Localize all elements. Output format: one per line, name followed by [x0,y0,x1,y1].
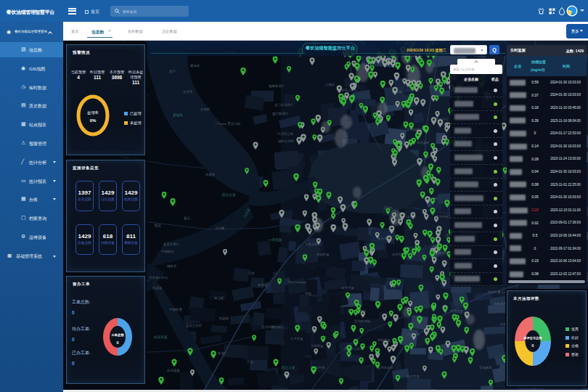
svg-text:长深高速: 长深高速 [167,369,180,372]
svg-text:依家莞: 依家莞 [205,173,216,176]
svg-text:水门仓润酒店: 水门仓润酒店 [274,103,294,107]
svg-text:公园里: 公园里 [325,83,335,86]
svg-text:计划: 计划 [247,360,253,364]
svg-text:新安大酒店: 新安大酒店 [163,242,180,246]
svg-text:中国联通: 中国联通 [169,307,182,311]
svg-text:韧态: 韧态 [154,224,161,227]
svg-text:海聚林酒店: 海聚林酒店 [269,84,285,88]
svg-text:中国联社: 中国联社 [161,250,174,253]
svg-text:广home 景水冶风: 广home 景水冶风 [216,122,241,126]
svg-text:东氿大道: 东氿大道 [407,375,420,378]
svg-text:新安卫生所: 新安卫生所 [186,324,203,327]
svg-text:可胜: 可胜 [248,271,255,275]
svg-text:宜兴市妇幼: 宜兴市妇幼 [377,366,393,369]
svg-text:城电乡: 城电乡 [166,264,177,268]
svg-text:宜良城1.35号: 宜良城1.35号 [149,276,168,279]
svg-text:长深高速: 长深高速 [154,335,168,339]
svg-text:宜兴市建设银行: 宜兴市建设银行 [261,325,284,329]
svg-text:泰瑞线: 泰瑞线 [173,113,183,117]
svg-text:关technology: 关technology [287,280,306,284]
svg-text:文化大厦: 文化大厦 [450,309,463,314]
svg-text:汽河大公馆: 汽河大公馆 [277,132,294,136]
svg-text:宜城南苑: 宜城南苑 [479,366,492,369]
svg-text:宜兴市供销: 宜兴市供销 [354,319,371,323]
svg-text:城市艺术馆: 城市艺术馆 [277,139,295,143]
svg-text:文良花苑: 文良花苑 [305,242,318,246]
svg-text:紫云: 紫云 [184,216,190,220]
